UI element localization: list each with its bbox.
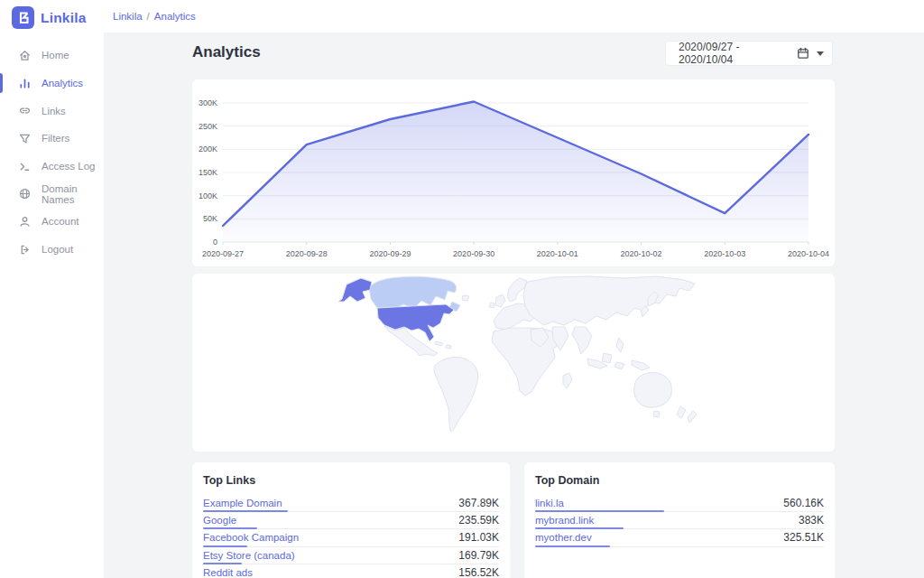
map-sulawesi [614,362,624,369]
sidebar-item-label: Access Log [42,161,95,172]
sidebar-item-label: Home [42,50,69,61]
visits-chart-card: 050K100K150K200K250K300K2020-09-272020-0… [192,79,835,266]
svg-text:150K: 150K [199,168,217,177]
page-title: Analytics [192,43,261,61]
user-icon [18,215,32,228]
sidebar-nav: Home Analytics Links Filters Access Log … [0,42,104,264]
logout-icon [18,243,32,256]
link-name[interactable]: Facebook Campaign [203,532,299,543]
top-bar: Linkila / Analytics [0,0,924,33]
map-australia [634,373,672,407]
map-caribbean-2 [446,345,451,349]
link-icon [18,104,32,117]
top-links-table: Example Domain367.89KGoogle235.59KFacebo… [192,495,510,578]
svg-text:2020-09-30: 2020-09-30 [453,249,494,258]
sidebar-item-access-log[interactable]: Access Log [0,153,104,181]
map-eurasia [523,276,695,325]
map-madagascar [563,373,572,388]
sidebar-item-label: Filters [42,133,69,144]
date-range-value: 2020/09/27 - 2020/10/04 [679,41,796,66]
map-uk [495,294,505,307]
link-count: 367.89K [458,497,499,509]
svg-text:2020-09-29: 2020-09-29 [369,249,411,258]
world-map-card [192,274,835,452]
date-range-picker[interactable]: 2020/09/27 - 2020/10/04 [665,41,833,66]
link-name[interactable]: Example Domain [203,498,282,508]
sidebar-item-home[interactable]: Home [0,42,104,70]
table-row: Etsy Store (canada)169.79K [203,547,499,564]
brand-name: Linkila [41,10,87,26]
link-name[interactable]: myother.dev [535,532,592,543]
sidebar-item-filters[interactable]: Filters [0,125,104,153]
link-count: 383K [799,514,824,527]
top-domain-title: Top Domain [524,462,835,495]
map-indochina [572,327,592,354]
table-row: Facebook Campaign191.03K [203,529,499,546]
svg-text:2020-09-27: 2020-09-27 [202,249,244,258]
link-name[interactable]: linki.la [535,498,564,508]
breadcrumb-current-link[interactable]: Analytics [154,11,196,22]
table-row: linki.la560.16K [535,495,824,512]
link-name[interactable]: Etsy Store (canada) [203,550,295,561]
sidebar-item-domain-names[interactable]: Domain Names [0,180,104,208]
home-icon [18,49,32,62]
active-indicator [0,73,3,93]
terminal-icon [18,160,32,173]
map-philippines [616,338,624,352]
sidebar-item-logout[interactable]: Logout [0,236,104,264]
table-row: Google235.59K [203,512,499,529]
table-row: mybrand.link383K [535,512,824,529]
sidebar-item-links[interactable]: Links [0,97,104,125]
map-africa [492,328,560,396]
link-count: 191.03K [458,531,499,544]
sidebar-item-label: Analytics [42,78,83,89]
map-usa [377,304,454,341]
link-count: 169.79K [458,549,499,562]
map-caribbean [435,341,443,346]
link-count: 156.52K [458,566,499,578]
world-choropleth-map[interactable] [192,274,835,452]
svg-text:0: 0 [213,238,217,247]
brand-logo[interactable]: Linkila [12,6,87,29]
sidebar: Linkila Home Analytics Links Filters Acc… [0,0,104,578]
sidebar-item-label: Domain Names [42,183,104,205]
brand-logo-icon [12,6,34,29]
link-count: 235.59K [458,514,499,527]
map-canada [369,276,457,308]
calendar-icon [796,46,810,61]
svg-text:2020-10-04: 2020-10-04 [788,249,829,258]
top-links-card: Top Links Example Domain367.89KGoogle235… [192,462,510,578]
map-tasmania [653,411,660,417]
svg-text:2020-10-03: 2020-10-03 [704,249,745,258]
table-row: Reddit ads156.52K [203,564,499,578]
map-ireland [489,303,494,308]
map-alaska [338,278,372,302]
table-row: Example Domain367.89K [203,495,499,512]
sidebar-item-analytics[interactable]: Analytics [0,70,104,98]
svg-text:300K: 300K [199,98,217,107]
breadcrumb: Linkila / Analytics [113,0,196,33]
link-count: 560.16K [783,497,824,509]
svg-text:2020-10-01: 2020-10-01 [537,249,578,258]
sidebar-item-label: Logout [42,244,73,255]
map-south-america [434,357,478,432]
link-name[interactable]: Reddit ads [203,567,253,578]
map-iceland [462,295,469,301]
globe-icon [18,187,32,200]
map-new-zealand-south [688,411,697,423]
top-domain-table: linki.la560.16Kmybrand.link383Kmyother.d… [524,495,835,547]
sidebar-item-label: Links [42,106,66,117]
visits-line-chart: 050K100K150K200K250K300K2020-09-272020-0… [192,79,835,270]
svg-text:2020-10-02: 2020-10-02 [621,249,662,258]
map-new-zealand-north [677,406,686,418]
svg-text:250K: 250K [199,122,217,131]
sidebar-item-account[interactable]: Account [0,208,104,236]
link-name[interactable]: Google [203,515,236,526]
filter-icon [18,132,32,145]
breadcrumb-separator: / [147,11,150,22]
svg-text:200K: 200K [199,144,217,154]
breadcrumb-root-link[interactable]: Linkila [113,11,143,22]
chevron-down-icon [817,51,824,56]
link-count: 325.51K [783,531,824,544]
link-name[interactable]: mybrand.link [535,515,594,526]
